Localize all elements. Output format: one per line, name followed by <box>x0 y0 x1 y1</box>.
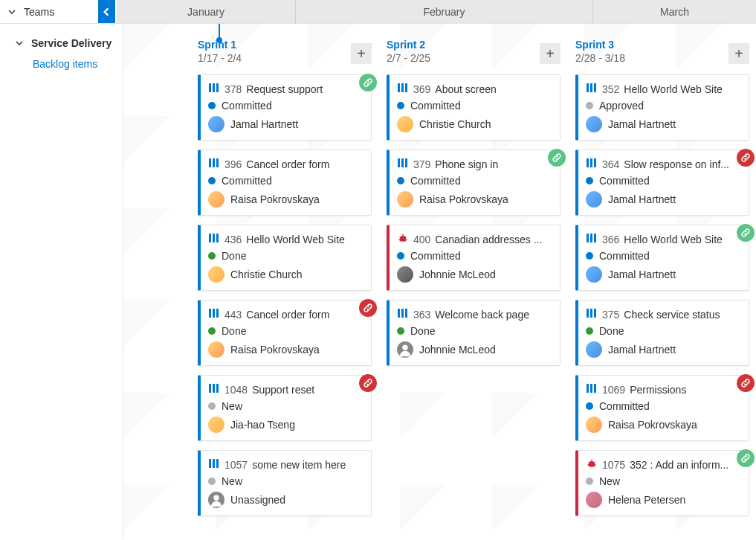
state-dot-icon <box>586 252 593 260</box>
sprint-title[interactable]: Sprint 2 <box>387 39 430 51</box>
work-item-card[interactable]: 1057 some new item here New Unassigned <box>198 450 372 516</box>
link-badge-icon[interactable] <box>737 449 755 467</box>
work-item-card[interactable]: 375 Check service status Done Jamal Hart… <box>575 300 749 366</box>
avatar <box>208 492 224 508</box>
state-dot-icon <box>397 252 404 260</box>
svg-point-19 <box>213 495 219 501</box>
pbi-icon <box>586 83 598 95</box>
work-item-card[interactable]: 1075 352 : Add an inform... New Helena P… <box>575 450 749 516</box>
chevron-down-icon <box>7 7 16 16</box>
link-badge-icon[interactable] <box>548 149 566 167</box>
work-item-card[interactable]: 436 Hello World Web Site Done Christie C… <box>198 225 372 291</box>
teams-expander[interactable]: Teams <box>0 0 98 23</box>
state-dot-icon <box>208 402 216 410</box>
work-item-title: Check service status <box>624 309 740 321</box>
work-item-id: 369 <box>413 83 430 95</box>
work-item-id: 378 <box>224 83 242 95</box>
sprint-title[interactable]: Sprint 3 <box>575 39 625 51</box>
teams-label: Teams <box>24 6 54 18</box>
add-card-button[interactable]: + <box>728 43 749 64</box>
work-item-card[interactable]: 396 Cancel order form Committed Raisa Po… <box>198 150 372 216</box>
state-dot-icon <box>586 478 593 485</box>
pbi-icon <box>586 383 598 396</box>
link-badge-icon[interactable] <box>737 224 755 242</box>
svg-rect-8 <box>216 234 219 242</box>
state-dot-icon <box>208 327 216 335</box>
avatar <box>586 116 602 132</box>
svg-rect-24 <box>401 158 404 167</box>
link-badge-icon[interactable] <box>359 74 377 91</box>
work-item-state: Committed <box>599 250 650 262</box>
work-item-card[interactable]: 379 Phone sign in Committed Raisa Pokrov… <box>387 150 560 216</box>
work-item-card[interactable]: 1048 Support reset New Jia-hao Tseng <box>198 375 372 441</box>
work-item-card[interactable]: 366 Hello World Web Site Committed Jamal… <box>575 225 749 291</box>
state-dot-icon <box>208 478 216 485</box>
svg-rect-15 <box>209 459 211 468</box>
work-item-card[interactable]: 400 Canadian addresses ... Committed Joh… <box>387 225 560 291</box>
svg-rect-2 <box>216 83 219 92</box>
work-item-card[interactable]: 443 Cancel order form Done Raisa Pokrovs… <box>198 300 372 366</box>
sidebar-backlog-link[interactable]: Backlog items <box>0 52 123 76</box>
sprint-columns: Sprint 1 1/17 - 2/4 + 378 Request suppor… <box>198 24 756 525</box>
work-item-card[interactable]: 378 Request support Committed Jamal Hart… <box>198 74 372 141</box>
svg-rect-25 <box>405 158 407 167</box>
link-badge-icon[interactable] <box>737 149 755 167</box>
work-item-assignee: Christie Church <box>230 269 302 280</box>
svg-rect-10 <box>213 309 215 318</box>
svg-rect-9 <box>209 309 211 318</box>
work-item-state: Done <box>222 325 246 337</box>
link-badge-icon[interactable] <box>359 374 377 392</box>
work-item-assignee: Unassigned <box>230 494 285 506</box>
main-area: Service Delivery Backlog items Sprint 1 … <box>0 24 756 540</box>
sprint-header: Sprint 2 2/7 - 2/25 + <box>387 39 560 64</box>
work-item-card[interactable]: 369 About screen Committed Christie Chur… <box>387 74 560 141</box>
sidebar-team-item[interactable]: Service Delivery <box>0 34 123 52</box>
avatar <box>586 266 602 283</box>
work-item-card[interactable]: 1069 Permissions Committed Raisa Pokrovs… <box>575 375 749 441</box>
state-dot-icon <box>208 177 216 184</box>
svg-rect-21 <box>401 83 404 92</box>
work-item-assignee: Raisa Pokrovskaya <box>230 344 320 356</box>
add-card-button[interactable]: + <box>540 43 560 64</box>
svg-rect-41 <box>587 309 589 318</box>
work-item-id: 364 <box>602 158 619 170</box>
work-item-id: 352 <box>602 83 619 95</box>
sprint-header: Sprint 1 1/17 - 2/4 + <box>198 39 372 64</box>
pbi-icon <box>208 83 220 95</box>
work-item-state: Committed <box>410 100 461 112</box>
work-item-state: Committed <box>599 400 650 412</box>
avatar <box>397 116 413 132</box>
work-item-title: Welcome back page <box>435 309 551 321</box>
add-card-button[interactable]: + <box>351 43 372 64</box>
work-item-id: 1057 <box>224 459 248 471</box>
work-item-state: Done <box>410 325 435 337</box>
work-item-assignee: Jamal Hartnett <box>608 344 676 356</box>
svg-rect-29 <box>405 309 407 318</box>
chevron-left-icon <box>101 7 112 17</box>
svg-rect-38 <box>587 234 589 242</box>
work-item-card[interactable]: 352 Hello World Web Site Approved Jamal … <box>575 74 749 141</box>
pbi-icon <box>586 308 598 321</box>
svg-rect-37 <box>594 158 596 167</box>
avatar <box>397 266 413 283</box>
svg-rect-6 <box>209 234 211 242</box>
svg-rect-22 <box>405 83 407 92</box>
work-item-state: Approved <box>599 100 644 112</box>
sidebar: Service Delivery Backlog items <box>0 24 123 540</box>
state-dot-icon <box>397 327 404 335</box>
sprint-dates: 2/7 - 2/25 <box>387 52 430 64</box>
link-badge-icon[interactable] <box>737 374 755 392</box>
link-badge-icon[interactable] <box>359 299 377 317</box>
pbi-icon <box>586 158 598 170</box>
work-item-assignee: Raisa Pokrovskaya <box>419 193 508 205</box>
work-item-card[interactable]: 363 Welcome back page Done Johnnie McLeo… <box>387 300 560 366</box>
work-item-title: some new item here <box>252 459 362 471</box>
work-item-assignee: Jia-hao Tseng <box>230 419 295 431</box>
work-item-state: Done <box>599 325 624 337</box>
work-item-id: 375 <box>602 309 619 321</box>
work-item-title: Cancel order form <box>246 309 362 321</box>
prev-month-button[interactable] <box>98 0 117 23</box>
month-header: March <box>592 0 756 23</box>
work-item-card[interactable]: 364 Slow response on inf... Committed Ja… <box>575 150 749 216</box>
sprint-dates: 2/28 - 3/18 <box>575 52 625 64</box>
